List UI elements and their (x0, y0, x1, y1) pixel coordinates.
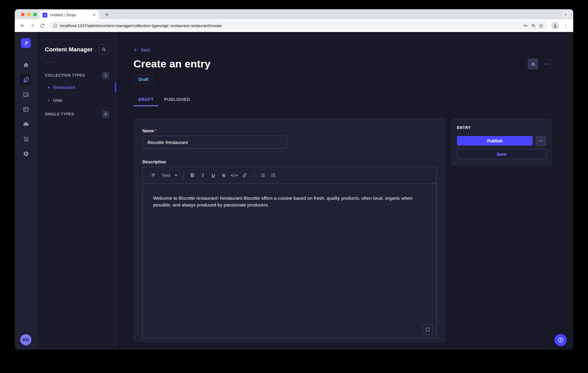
cloud-icon[interactable] (20, 118, 32, 130)
search-button[interactable] (99, 44, 109, 55)
question-mark-icon (557, 337, 564, 343)
editor-toolbar: Text B I U S </> (143, 167, 436, 184)
strapi-app: KD Content Manager COLLECTION TYPES 2 (15, 32, 573, 350)
toolbar-divider (254, 171, 254, 179)
entry-more-button[interactable] (536, 136, 546, 146)
strapi-favicon-icon (42, 13, 47, 18)
browser-profile-icon[interactable] (551, 22, 559, 30)
back-label: Back (141, 47, 150, 52)
zoom-icon[interactable] (531, 23, 536, 28)
single-types-section: SINGLE TYPES 0 (37, 110, 116, 118)
subnav-title: Content Manager (45, 46, 93, 53)
toolbar-divider (183, 171, 184, 179)
subnav-divider (45, 62, 54, 62)
rich-text-editor: Text B I U S </> (142, 167, 437, 339)
tab-published[interactable]: PUBLISHED (159, 97, 195, 106)
page-title: Create an entry (133, 58, 211, 70)
home-icon[interactable] (20, 59, 32, 71)
name-field-label: Name* (142, 128, 157, 133)
name-input[interactable] (142, 136, 287, 149)
entry-form-panel: Name* Description Text (133, 118, 446, 342)
bookmark-star-icon[interactable] (538, 23, 544, 28)
sidebar-item-label: Restaurant (53, 85, 75, 90)
italic-icon[interactable]: I (198, 170, 208, 180)
browser-tabstrip: Untitled | Strapi (15, 9, 573, 19)
tab-title: Untitled | Strapi (50, 13, 89, 17)
content-manager-feather-icon[interactable] (20, 74, 32, 86)
marketplace-cart-icon[interactable] (20, 133, 32, 145)
section-label: SINGLE TYPES (45, 112, 74, 116)
macos-traffic-lights (21, 13, 37, 16)
entry-panel-title: ENTRY (457, 126, 546, 130)
link-icon[interactable] (240, 170, 250, 180)
block-type-value: Text (162, 173, 170, 178)
content-manager-subnav: Content Manager COLLECTION TYPES 2 Resta… (37, 32, 116, 350)
reload-icon[interactable] (38, 21, 47, 30)
chevron-down-icon (174, 174, 178, 177)
browser-window: Untitled | Strapi localhost:1337/admin/c… (15, 9, 573, 350)
bullet-list-icon[interactable] (258, 170, 268, 180)
collection-types-section: COLLECTION TYPES 2 Restaurant User (37, 72, 116, 107)
nav-divider (15, 54, 37, 54)
version-tabs: DRAFT PUBLISHED (133, 97, 552, 106)
nav-footer: KD (15, 330, 37, 345)
minimize-window-button[interactable] (27, 13, 31, 16)
address-bar[interactable]: localhost:1337/admin/content-manager/col… (49, 21, 547, 30)
strikethrough-icon[interactable]: S (219, 170, 229, 180)
name-field: Name* (142, 128, 437, 149)
count-badge: 2 (102, 72, 109, 79)
count-badge: 0 (102, 111, 109, 118)
back-icon[interactable] (18, 21, 27, 30)
bullet-icon (48, 100, 50, 101)
numbered-list-icon[interactable]: 123 (268, 170, 279, 180)
publish-button[interactable]: Publish (457, 136, 533, 146)
header-more-button[interactable] (541, 59, 552, 69)
media-library-icon[interactable] (20, 88, 32, 101)
back-link[interactable]: Back (133, 47, 150, 52)
sidebar-item-restaurant[interactable]: Restaurant (37, 81, 116, 94)
help-button[interactable] (554, 334, 567, 346)
sidebar-item-user[interactable]: User (37, 94, 116, 107)
description-field-label: Description (142, 159, 166, 164)
align-left-icon[interactable] (148, 170, 159, 180)
browser-tab[interactable]: Untitled | Strapi (39, 10, 99, 19)
sidebar-item-label: User (53, 98, 63, 103)
browser-toolbar: localhost:1337/admin/content-manager/col… (15, 19, 573, 32)
content-type-builder-icon[interactable] (20, 103, 32, 115)
site-info-icon[interactable] (53, 23, 58, 28)
tab-close-icon[interactable] (92, 13, 97, 18)
main-content: Back Create an entry Draft DRAFT (116, 32, 573, 350)
back-arrow-icon (133, 47, 138, 52)
code-icon[interactable]: </> (229, 170, 240, 180)
user-avatar[interactable]: KD (20, 334, 31, 345)
status-badge: Draft (133, 75, 153, 84)
underline-icon[interactable]: U (208, 170, 219, 180)
svg-text:3: 3 (271, 176, 272, 178)
settings-gear-icon[interactable] (20, 147, 32, 160)
expand-editor-icon[interactable] (422, 324, 433, 335)
bold-icon[interactable]: B (187, 170, 198, 180)
description-editor-content[interactable]: Welcome to Biscotte restaurant! Restaura… (143, 184, 436, 338)
password-key-icon[interactable] (523, 23, 528, 28)
tab-draft[interactable]: DRAFT (133, 97, 158, 106)
required-marker: * (155, 128, 156, 133)
block-type-select[interactable]: Text (162, 173, 178, 178)
close-window-button[interactable] (21, 13, 25, 16)
strapi-logo-icon[interactable] (21, 38, 31, 48)
browser-menu-icon[interactable] (561, 21, 570, 30)
zoom-window-button[interactable] (33, 13, 37, 16)
main-nav-rail: KD (15, 32, 37, 350)
entry-side-panel: ENTRY Publish Save (451, 118, 552, 166)
bullet-icon (48, 87, 50, 88)
save-button[interactable]: Save (457, 149, 546, 159)
export-download-button[interactable] (528, 59, 538, 69)
section-label: COLLECTION TYPES (45, 73, 85, 78)
url-text: localhost:1337/admin/content-manager/col… (60, 23, 521, 28)
new-tab-icon[interactable] (103, 11, 110, 18)
forward-icon[interactable] (28, 21, 37, 30)
description-field: Description Text (142, 159, 437, 339)
tab-search-chevron-icon[interactable] (562, 11, 569, 18)
